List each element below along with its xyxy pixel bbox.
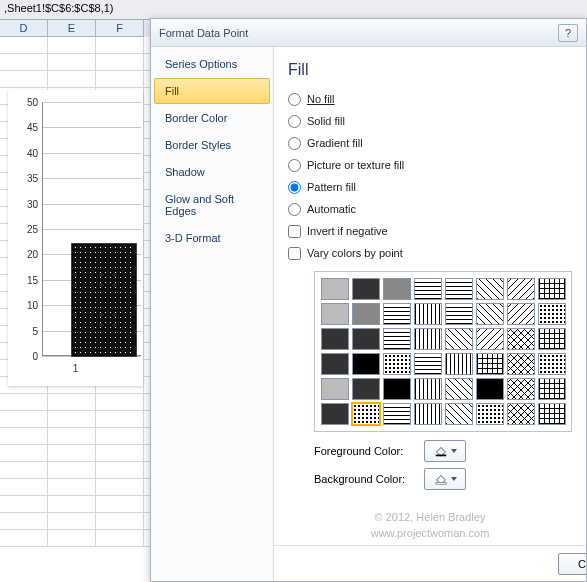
column-headers: D E F [0, 20, 150, 37]
pattern-swatch[interactable] [321, 278, 349, 300]
pattern-swatch[interactable] [507, 353, 535, 375]
pattern-swatch[interactable] [321, 353, 349, 375]
y-tick: 20 [18, 249, 38, 260]
data-bar-selected[interactable] [72, 244, 136, 356]
pattern-swatch-grid [321, 278, 565, 425]
pattern-swatch[interactable] [476, 328, 504, 350]
pattern-swatch[interactable] [445, 378, 473, 400]
background-color-button[interactable] [424, 468, 466, 490]
pattern-swatch[interactable] [507, 303, 535, 325]
x-axis-label: 1 [8, 363, 143, 374]
radio-automatic[interactable] [288, 203, 301, 216]
pattern-swatch[interactable] [383, 278, 411, 300]
pattern-swatch[interactable] [507, 403, 535, 425]
pattern-swatch[interactable] [352, 328, 380, 350]
pattern-swatch[interactable] [507, 328, 535, 350]
pattern-swatch[interactable] [445, 328, 473, 350]
gridline [42, 127, 141, 128]
nav-item-border-color[interactable]: Border Color [154, 105, 270, 131]
label-gradient-fill[interactable]: Gradient fill [307, 137, 363, 149]
radio-picture-fill[interactable] [288, 159, 301, 172]
nav-item-border-styles[interactable]: Border Styles [154, 132, 270, 158]
foreground-color-button[interactable] [424, 440, 466, 462]
nav-item-3-d-format[interactable]: 3-D Format [154, 225, 270, 251]
pattern-swatch[interactable] [538, 403, 566, 425]
pattern-swatch[interactable] [476, 403, 504, 425]
background-color-label: Background Color: [314, 473, 424, 485]
pattern-swatch[interactable] [414, 303, 442, 325]
pattern-swatch[interactable] [321, 403, 349, 425]
pattern-swatch[interactable] [445, 303, 473, 325]
pattern-swatch[interactable] [538, 378, 566, 400]
chevron-down-icon [451, 477, 457, 481]
formula-bar[interactable]: ,Sheet1!$C$6:$C$8,1) [0, 0, 587, 20]
label-automatic[interactable]: Automatic [307, 203, 356, 215]
label-picture-fill[interactable]: Picture or texture fill [307, 159, 404, 171]
pattern-swatch[interactable] [414, 378, 442, 400]
col-header-E[interactable]: E [48, 20, 96, 37]
pattern-swatch[interactable] [414, 278, 442, 300]
y-tick: 0 [18, 351, 38, 362]
radio-no-fill[interactable] [288, 93, 301, 106]
dialog-titlebar[interactable]: Format Data Point ? [151, 19, 586, 47]
pattern-swatch[interactable] [383, 328, 411, 350]
pattern-swatch[interactable] [321, 328, 349, 350]
close-button[interactable]: Close [558, 553, 586, 575]
pattern-swatch[interactable] [476, 353, 504, 375]
label-pattern-fill[interactable]: Pattern fill [307, 181, 356, 193]
formula-text: ,Sheet1!$C$6:$C$8,1) [4, 2, 113, 14]
dialog-help-button[interactable]: ? [558, 24, 578, 42]
col-header-D[interactable]: D [0, 20, 48, 37]
pattern-swatch[interactable] [445, 278, 473, 300]
pattern-swatch[interactable] [476, 378, 504, 400]
pattern-swatch[interactable] [383, 378, 411, 400]
label-invert-negative[interactable]: Invert if negative [307, 225, 388, 237]
pattern-swatch[interactable] [414, 353, 442, 375]
pattern-swatch[interactable] [445, 403, 473, 425]
pattern-swatch[interactable] [414, 328, 442, 350]
checkbox-invert-negative[interactable] [288, 225, 301, 238]
y-tick: 35 [18, 173, 38, 184]
y-tick: 5 [18, 325, 38, 336]
nav-item-fill[interactable]: Fill [154, 78, 270, 104]
pattern-swatch[interactable] [383, 403, 411, 425]
pattern-swatch[interactable] [538, 303, 566, 325]
checkbox-vary-colors[interactable] [288, 247, 301, 260]
label-no-fill[interactable]: No fill [307, 93, 335, 105]
pattern-swatch[interactable] [507, 378, 535, 400]
pattern-swatch[interactable] [538, 328, 566, 350]
nav-item-glow-and-soft-edges[interactable]: Glow and Soft Edges [154, 186, 270, 224]
radio-pattern-fill[interactable] [288, 181, 301, 194]
pattern-swatch[interactable] [538, 278, 566, 300]
pattern-swatch[interactable] [383, 303, 411, 325]
gridline [42, 204, 141, 205]
pattern-swatch[interactable] [352, 278, 380, 300]
nav-item-shadow[interactable]: Shadow [154, 159, 270, 185]
pattern-swatch[interactable] [476, 303, 504, 325]
chevron-down-icon [451, 449, 457, 453]
y-tick: 25 [18, 224, 38, 235]
pattern-swatch[interactable] [352, 353, 380, 375]
panel-title: Fill [288, 61, 572, 79]
pattern-swatch[interactable] [414, 403, 442, 425]
embedded-chart[interactable]: 05101520253035404550 1 [8, 90, 143, 386]
dialog-content: Fill No fill Solid fill Gradient fill Pi… [274, 47, 586, 581]
pattern-swatch[interactable] [538, 353, 566, 375]
pattern-swatch[interactable] [352, 378, 380, 400]
pattern-swatch[interactable] [321, 378, 349, 400]
nav-item-series-options[interactable]: Series Options [154, 51, 270, 77]
pattern-swatch[interactable] [352, 403, 380, 425]
pattern-swatch[interactable] [476, 278, 504, 300]
col-header-F[interactable]: F [96, 20, 144, 37]
gridline [42, 356, 141, 357]
pattern-swatch[interactable] [507, 278, 535, 300]
pattern-swatch[interactable] [352, 303, 380, 325]
pattern-swatch[interactable] [383, 353, 411, 375]
radio-solid-fill[interactable] [288, 115, 301, 128]
foreground-color-label: Foreground Color: [314, 445, 424, 457]
pattern-swatch[interactable] [321, 303, 349, 325]
label-solid-fill[interactable]: Solid fill [307, 115, 345, 127]
pattern-swatch[interactable] [445, 353, 473, 375]
label-vary-colors[interactable]: Vary colors by point [307, 247, 403, 259]
radio-gradient-fill[interactable] [288, 137, 301, 150]
